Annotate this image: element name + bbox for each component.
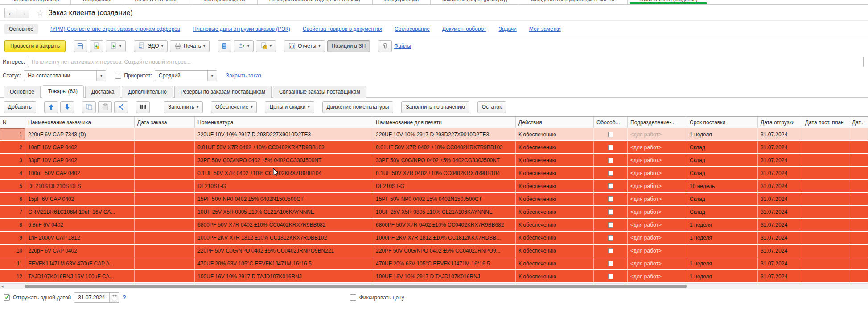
doc-tab[interactable]: Дополнительно (122, 86, 173, 98)
close-order-link[interactable]: Закрыть заказ (226, 73, 261, 79)
separate-checkbox[interactable] (608, 209, 613, 215)
table-row[interactable]: 12TAJD107K016RNJ 16V 100uF CA...100UF 16… (0, 270, 868, 283)
favorite-star-icon[interactable]: ☆ (37, 8, 44, 18)
column-header-actions[interactable]: Действия (516, 117, 594, 128)
positions-zp-button[interactable]: Позиции в ЗП (327, 40, 370, 52)
separate-checkbox[interactable] (608, 222, 613, 228)
chevron-down-icon[interactable]: ▾ (207, 71, 217, 81)
back-button[interactable]: ← (5, 8, 17, 18)
top-tab[interactable]: Последовательный подбор по стеллажу (258, 0, 373, 5)
reports-button[interactable]: Отчеты ▾ (284, 40, 325, 52)
status-select[interactable]: На согласовании ▾ (24, 70, 106, 81)
doc-tab[interactable]: Доставка (85, 86, 121, 98)
assignees-button[interactable]: ▾ (234, 40, 254, 52)
column-header-ship_date[interactable]: Дата отгрузки (758, 117, 802, 128)
table-row[interactable]: 210nF 16V CAP 04020.01UF 50V X7R 0402 ±1… (0, 141, 868, 154)
table-row[interactable]: 4100nF 50V CAP 04020.1UF 50V X7R 0402 ±1… (0, 167, 868, 180)
column-header-nomenclature[interactable]: Номенклатура (195, 117, 373, 128)
prices-discounts-button[interactable]: Цены и скидки ▾ (265, 101, 314, 113)
move-up-button[interactable] (44, 101, 58, 113)
separate-checkbox[interactable] (608, 158, 613, 163)
column-header-last[interactable]: Дат... (849, 117, 868, 128)
top-tab[interactable]: Заказы на сборку (разборку) (431, 0, 519, 5)
movement-button[interactable]: Движение номенклатуры (322, 101, 394, 113)
forward-button[interactable]: → (17, 8, 29, 18)
scroll-left-icon[interactable]: ◂ (1, 284, 4, 289)
post-menu-button[interactable]: ▾ (106, 40, 126, 52)
nav-link[interactable]: Свойства товаров в документах (303, 26, 382, 32)
top-tab[interactable]: Заказ клиента (создание) (628, 0, 709, 5)
ship-single-date-checkbox[interactable] (4, 294, 10, 301)
nav-link[interactable]: Мои заметки (529, 26, 561, 32)
separate-checkbox[interactable] (608, 274, 613, 279)
column-header-separate[interactable]: Обособ... (594, 117, 628, 128)
separate-checkbox[interactable] (608, 183, 613, 189)
column-header-term[interactable]: Срок поставки (687, 117, 758, 128)
top-tab[interactable]: Обсуждения (71, 0, 123, 5)
top-tab[interactable]: Спецификации (373, 0, 431, 5)
doc-tab[interactable]: Основное (4, 86, 41, 98)
doc-tab[interactable]: Резервы по заказам поставщикам (174, 86, 272, 98)
add-row-button[interactable]: Добавить (4, 101, 36, 113)
paste-button[interactable] (98, 101, 112, 113)
doc-tab[interactable]: Товары (63) (42, 85, 84, 98)
nav-main-chip[interactable]: Основное (4, 24, 38, 34)
fill-button[interactable]: Заполнить ▾ (164, 101, 203, 113)
column-header-order_date[interactable]: Дата заказа (135, 117, 195, 128)
column-header-customer[interactable]: Наименование заказчика (25, 117, 135, 128)
table-row[interactable]: 1220uF 6V CAP 7343 (D)220UF 10V 10% 2917… (0, 128, 868, 141)
print-button[interactable]: Печать ▾ (170, 40, 210, 52)
supply-button[interactable]: Обеспечение ▾ (211, 101, 257, 113)
reminder-button[interactable]: ▾ (256, 40, 276, 52)
remainder-button[interactable]: Остаток (477, 101, 506, 113)
table-row[interactable]: 615pF 6V CAP 040215PF 50V NP0 0402 ±5% 0… (0, 193, 868, 206)
barcode-scan-button[interactable] (136, 101, 150, 113)
separate-checkbox[interactable] (608, 196, 613, 202)
separate-checkbox[interactable] (608, 248, 613, 253)
priority-select[interactable]: Средний ▾ (155, 70, 217, 81)
top-tab[interactable]: Мегадеталь спецификации Н-552162 (519, 0, 628, 5)
separate-checkbox[interactable] (608, 132, 613, 137)
nav-link[interactable]: (УРМ) Соответствие строк заказа строкам … (50, 26, 180, 32)
column-header-plan_date[interactable]: Дата пост. план (802, 117, 849, 128)
nav-link[interactable]: Задачи (499, 26, 517, 32)
nav-link[interactable]: Плановые даты отгрузки заказов (РЭК) (193, 26, 290, 32)
column-header-department[interactable]: Подразделение-... (628, 117, 687, 128)
horizontal-scrollbar[interactable]: ◂ (0, 283, 868, 289)
doc-tab[interactable]: Связанные заказы поставщикам (273, 86, 366, 98)
edo-button[interactable]: ЭДО ▾ (134, 40, 168, 52)
separate-checkbox[interactable] (608, 261, 613, 266)
table-row[interactable]: 86.8nF 6V 04026800PF 50V X7R 0402 ±10% C… (0, 219, 868, 232)
post-document-button[interactable] (90, 40, 103, 52)
column-header-n[interactable]: N (0, 117, 25, 128)
separate-checkbox[interactable] (608, 171, 613, 176)
table-row[interactable]: 5DF210S DF210S DFSDF210ST-GDF210ST-GК об… (0, 180, 868, 193)
top-tab[interactable]: План производства (189, 0, 257, 5)
chevron-down-icon[interactable]: ▾ (96, 71, 106, 81)
split-button[interactable] (114, 101, 128, 113)
status-checkbox[interactable] (115, 73, 121, 79)
save-button[interactable] (74, 40, 87, 52)
table-row[interactable]: 91nF 2000V CAP 18121000PF 2KV X7R 1812 ±… (0, 232, 868, 245)
scrollbar-thumb[interactable] (25, 285, 687, 288)
table-row[interactable]: 333pF 10V CAP 040233PF 50V C0G/NPO 0402 … (0, 154, 868, 167)
nav-link[interactable]: Согласование (395, 26, 430, 32)
attachments-button[interactable] (378, 40, 392, 52)
files-link[interactable]: Файлы (394, 43, 411, 49)
copy-button[interactable] (82, 101, 96, 113)
calendar-button[interactable] (109, 293, 119, 302)
table-row[interactable]: 10220pF 6V CAP 0402220PF 50V C0G/NPO 040… (0, 245, 868, 257)
interest-input[interactable] (28, 57, 864, 67)
table-row[interactable]: 11EEVFK1J471M 63V 470uF CAP A...470UF 20… (0, 257, 868, 270)
separate-checkbox[interactable] (608, 235, 613, 241)
top-tab[interactable]: Начальная страница (0, 0, 71, 5)
structure-button[interactable] (218, 40, 231, 52)
fix-price-checkbox[interactable] (350, 294, 356, 301)
help-link[interactable]: ? (123, 294, 126, 301)
column-header-print_name[interactable]: Наименование для печати (373, 117, 516, 128)
separate-checkbox[interactable] (608, 145, 613, 150)
ship-date-field[interactable]: 31.07.2024 (74, 292, 119, 303)
top-tab[interactable]: Но-но-Н 223 новая (123, 0, 189, 5)
nav-link[interactable]: Документооборот (442, 26, 486, 32)
table-row[interactable]: 7GRM21BR61C106M 10uF 16V CA...10UF 25V X… (0, 206, 868, 219)
